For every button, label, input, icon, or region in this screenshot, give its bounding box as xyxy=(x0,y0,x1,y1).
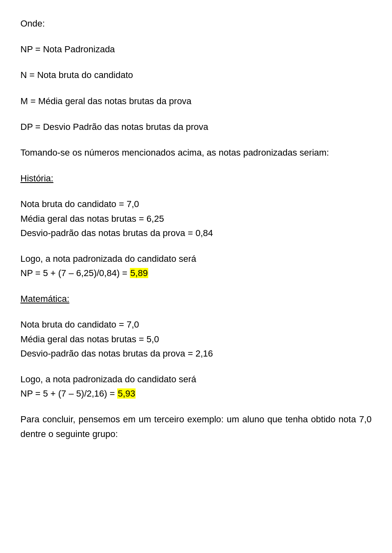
matematica-formula-text: NP = 5 + (7 – 5)/2,16) = xyxy=(20,388,117,399)
main-content: Onde: NP = Nota Padronizada N = Nota bru… xyxy=(20,16,372,441)
historia-media: Média geral das notas brutas = 6,25 xyxy=(20,212,372,226)
np-definition: NP = Nota Padronizada xyxy=(20,44,115,54)
historia-formula-line: NP = 5 + (7 – 6,25)/0,84) = 5,89 xyxy=(20,266,372,280)
historia-result: 5,89 xyxy=(130,268,148,278)
dp-definition: DP = Desvio Padrão das notas brutas da p… xyxy=(20,122,208,132)
para-concluir-paragraph: Para concluir, pensemos em um terceiro e… xyxy=(20,412,372,441)
historia-logo-text: Logo, a nota padronizada do candidato se… xyxy=(20,252,372,266)
historia-heading-paragraph: História: xyxy=(20,171,372,185)
m-definition: M = Média geral das notas brutas da prov… xyxy=(20,96,192,106)
historia-logo-paragraph: Logo, a nota padronizada do candidato se… xyxy=(20,252,372,280)
m-def-paragraph: M = Média geral das notas brutas da prov… xyxy=(20,94,372,108)
matematica-logo-text: Logo, a nota padronizada do candidato se… xyxy=(20,372,372,386)
onde-label: Onde: xyxy=(20,18,45,29)
matematica-heading: Matemática: xyxy=(20,292,372,306)
tomando-text: Tomando-se os números mencionados acima,… xyxy=(20,147,329,158)
matematica-media: Média geral das notas brutas = 5,0 xyxy=(20,332,372,346)
onde-paragraph: Onde: xyxy=(20,16,372,31)
matematica-desvio: Desvio-padrão das notas brutas da prova … xyxy=(20,346,372,361)
n-definition: N = Nota bruta do candidato xyxy=(20,70,133,80)
historia-heading: História: xyxy=(20,171,372,185)
matematica-details: Nota bruta do candidato = 7,0 Média gera… xyxy=(20,317,372,361)
historia-desvio: Desvio-padrão das notas brutas da prova … xyxy=(20,226,372,240)
matematica-formula-line: NP = 5 + (7 – 5)/2,16) = 5,93 xyxy=(20,386,372,401)
para-concluir-text: Para concluir, pensemos em um terceiro e… xyxy=(20,414,372,439)
matematica-nota: Nota bruta do candidato = 7,0 xyxy=(20,317,372,332)
historia-nota: Nota bruta do candidato = 7,0 xyxy=(20,197,372,211)
np-def-paragraph: NP = Nota Padronizada xyxy=(20,42,372,56)
matematica-logo-paragraph: Logo, a nota padronizada do candidato se… xyxy=(20,372,372,401)
matematica-heading-paragraph: Matemática: xyxy=(20,292,372,306)
historia-details: Nota bruta do candidato = 7,0 Média gera… xyxy=(20,197,372,240)
historia-formula-text: NP = 5 + (7 – 6,25)/0,84) = xyxy=(20,268,130,278)
dp-def-paragraph: DP = Desvio Padrão das notas brutas da p… xyxy=(20,120,372,134)
matematica-result: 5,93 xyxy=(117,388,136,399)
n-def-paragraph: N = Nota bruta do candidato xyxy=(20,68,372,82)
tomando-paragraph: Tomando-se os números mencionados acima,… xyxy=(20,145,372,160)
